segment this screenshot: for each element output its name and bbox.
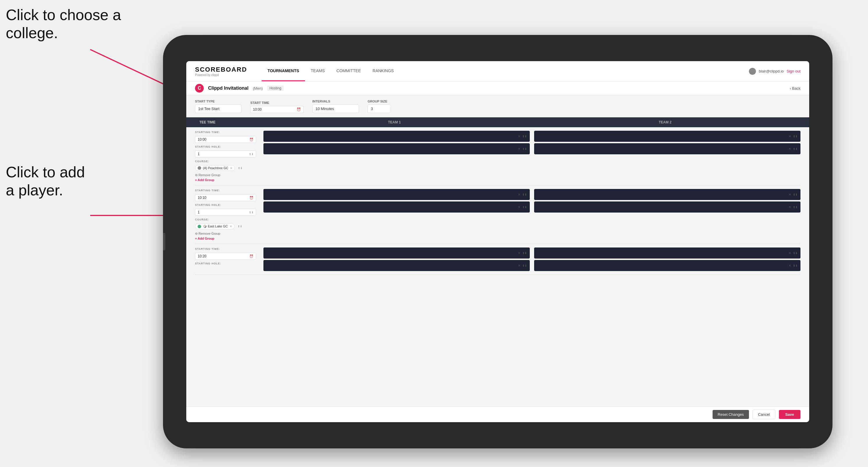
- round-2-course-name: 🎲 East Lake GC: [203, 224, 228, 228]
- slot-remove-icon[interactable]: ✕: [788, 134, 791, 138]
- hosting-badge: Hosting: [267, 86, 284, 91]
- round-2-course-badge[interactable]: 🎲 East Lake GC ✕: [195, 223, 235, 229]
- player-slot[interactable]: ✕ ⬆⬇: [264, 189, 530, 200]
- round-1-time-field[interactable]: [198, 137, 243, 142]
- round-2-course-remove[interactable]: ✕: [230, 225, 232, 228]
- round-1-left: STARTING TIME: ⏰ STARTING HOLE: ⬆⬇ COURS…: [195, 131, 259, 182]
- app-header: SCOREBOARD Powered by clippd TOURNAMENTS…: [186, 61, 809, 82]
- slot-arrows-icon[interactable]: ⬆⬇: [522, 206, 527, 209]
- nav-tab-committee[interactable]: COMMITTEE: [331, 61, 367, 81]
- start-time-input-wrap: ⏰: [250, 106, 304, 113]
- scoreboard-title: SCOREBOARD: [195, 66, 247, 73]
- round-2-time-input[interactable]: ⏰: [195, 194, 256, 201]
- round-2-course-label: COURSE:: [195, 218, 256, 221]
- settings-bar: Start Type 1st Tee Start Start Time ⏰ In…: [186, 95, 809, 117]
- annotation-bottom: Click to add a player.: [6, 163, 85, 199]
- slot-arrows-icon[interactable]: ⬆⬇: [793, 135, 798, 138]
- start-type-group: Start Type 1st Tee Start: [195, 100, 242, 113]
- annotation-top-line1: Click to choose a: [6, 6, 121, 24]
- round-2-course-wrap: 🎲 East Lake GC ✕ ⬆⬇: [195, 223, 256, 229]
- slot-remove-icon[interactable]: ✕: [788, 264, 791, 268]
- player-slot[interactable]: ✕ ⬆⬇: [534, 189, 801, 200]
- round-1-team1-slots: ✕ ⬆⬇ ✕ ⬆⬇: [264, 131, 530, 154]
- nav-tab-teams[interactable]: TEAMS: [305, 61, 331, 81]
- round-2-add-group[interactable]: + Add Group: [195, 237, 256, 240]
- sign-out-link[interactable]: Sign out: [786, 69, 801, 73]
- col-tee-time: Tee Time: [195, 117, 259, 127]
- clippd-logo: C: [195, 84, 204, 93]
- round-3-time-input[interactable]: ⏰: [195, 253, 256, 260]
- player-slot[interactable]: ✕ ⬆⬇: [534, 131, 801, 142]
- slot-remove-icon[interactable]: ✕: [788, 147, 791, 151]
- save-button[interactable]: Save: [779, 410, 801, 419]
- slot-arrows-icon[interactable]: ⬆⬇: [522, 264, 527, 267]
- round-1-hole-field[interactable]: [198, 152, 243, 156]
- table-header: Tee Time Team 1 Team 2: [186, 117, 809, 127]
- slot-arrows-icon[interactable]: ⬆⬇: [522, 147, 527, 151]
- player-slot[interactable]: ✕ ⬆⬇: [534, 143, 801, 154]
- round-3-team1-slots: ✕ ⬆⬇ ✕ ⬆⬇: [264, 247, 530, 271]
- start-time-input[interactable]: [253, 107, 291, 112]
- slot-arrows-icon[interactable]: ⬆⬇: [522, 252, 527, 255]
- tablet-side-button[interactable]: [163, 233, 165, 250]
- round-1-remove-group[interactable]: ⊖ Remove Group: [195, 173, 256, 177]
- clock-icon-r3: ⏰: [249, 254, 253, 258]
- slot-arrows-icon[interactable]: ⬆⬇: [793, 147, 798, 151]
- nav-tabs: TOURNAMENTS TEAMS COMMITTEE RANKINGS: [262, 61, 400, 81]
- round-1-add-group[interactable]: + Add Group: [195, 178, 256, 182]
- round-3-time-field[interactable]: [198, 254, 243, 258]
- round-2-hole-label: STARTING HOLE:: [195, 204, 256, 207]
- player-slot[interactable]: ✕ ⬆⬇: [264, 201, 530, 213]
- slot-arrows-icon[interactable]: ⬆⬇: [793, 193, 798, 196]
- slot-remove-icon[interactable]: ✕: [518, 251, 521, 255]
- round-2-course-arrows: ⬆⬇: [238, 225, 242, 228]
- round-3-hole-label: STARTING HOLE:: [195, 262, 256, 265]
- cancel-button[interactable]: Cancel: [752, 410, 775, 419]
- slot-remove-icon[interactable]: ✕: [518, 264, 521, 268]
- round-1-time-input[interactable]: ⏰: [195, 136, 256, 143]
- slot-remove-icon[interactable]: ✕: [788, 205, 791, 209]
- round-1-course-remove[interactable]: ✕: [230, 166, 232, 170]
- round-1-course-badge[interactable]: (A) Peachtree GC ✕: [195, 165, 235, 171]
- bottom-bar: Reset Changes Cancel Save: [186, 406, 809, 422]
- table-row: STARTING TIME: ⏰ STARTING HOLE: ⬆⬇ COURS…: [195, 127, 801, 185]
- player-slot[interactable]: ✕ ⬆⬇: [264, 247, 530, 258]
- slot-arrows-icon[interactable]: ⬆⬇: [793, 264, 798, 267]
- player-slot[interactable]: ✕ ⬆⬇: [264, 131, 530, 142]
- group-size-select[interactable]: 3: [368, 104, 391, 113]
- round-1-course-label: COURSE:: [195, 160, 256, 163]
- tablet-screen: SCOREBOARD Powered by clippd TOURNAMENTS…: [186, 61, 809, 422]
- arrows-r2: ⬆⬇: [249, 211, 253, 214]
- slot-remove-icon[interactable]: ✕: [518, 205, 521, 209]
- round-1-hole-label: STARTING HOLE:: [195, 145, 256, 148]
- slot-arrows-icon[interactable]: ⬆⬇: [793, 252, 798, 255]
- round-2-time-field[interactable]: [198, 196, 243, 200]
- start-type-select[interactable]: 1st Tee Start: [195, 104, 242, 113]
- round-1-hole-input[interactable]: ⬆⬇: [195, 151, 256, 157]
- slot-remove-icon[interactable]: ✕: [788, 251, 791, 255]
- back-button[interactable]: ‹ Back: [790, 86, 801, 91]
- course-dot-r2: [198, 225, 201, 228]
- slot-arrows-icon[interactable]: ⬆⬇: [793, 206, 798, 209]
- table-row: STARTING TIME: ⏰ STARTING HOLE: ⬆⬇ COURS…: [195, 185, 801, 244]
- player-slot[interactable]: ✕ ⬆⬇: [264, 143, 530, 154]
- player-slot[interactable]: ✕ ⬆⬇: [534, 247, 801, 258]
- nav-tab-rankings[interactable]: RANKINGS: [367, 61, 400, 81]
- player-slot[interactable]: ✕ ⬆⬇: [534, 260, 801, 271]
- slot-remove-icon[interactable]: ✕: [788, 193, 791, 196]
- intervals-select[interactable]: 10 Minutes: [312, 104, 359, 113]
- round-2-hole-input[interactable]: ⬆⬇: [195, 209, 256, 216]
- round-2-hole-field[interactable]: [198, 210, 243, 214]
- reset-button[interactable]: Reset Changes: [713, 410, 749, 419]
- player-slot[interactable]: ✕ ⬆⬇: [534, 201, 801, 213]
- round-2-remove-group[interactable]: ⊖ Remove Group: [195, 232, 256, 236]
- slot-remove-icon[interactable]: ✕: [518, 193, 521, 196]
- slot-remove-icon[interactable]: ✕: [518, 147, 521, 151]
- nav-tab-tournaments[interactable]: TOURNAMENTS: [262, 61, 305, 81]
- slot-remove-icon[interactable]: ✕: [518, 134, 521, 138]
- slot-arrows-icon[interactable]: ⬆⬇: [522, 135, 527, 138]
- slot-arrows-icon[interactable]: ⬆⬇: [522, 193, 527, 196]
- round-1-time-label: STARTING TIME:: [195, 131, 256, 134]
- round-3-time-label: STARTING TIME:: [195, 247, 256, 250]
- player-slot[interactable]: ✕ ⬆⬇: [264, 260, 530, 271]
